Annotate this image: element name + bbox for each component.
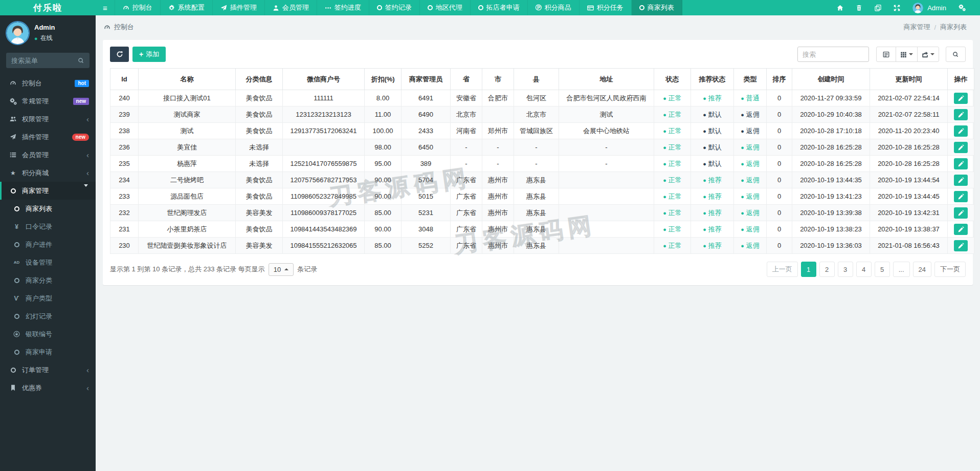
sidebar-subitem-商家申请[interactable]: 商家申请	[0, 343, 96, 361]
sidebar-subitem-商家列表[interactable]: 商家列表	[0, 200, 96, 218]
copy-icon[interactable]	[875, 5, 881, 11]
settings-gears-icon[interactable]	[959, 4, 966, 11]
sidebar-subitem-设备管理[interactable]: AD设备管理	[0, 253, 96, 271]
column-header-排序[interactable]: 排序	[767, 69, 792, 90]
table-row: 231小茶里奶茶店美食饮品10984144354348236990.003048…	[110, 221, 974, 238]
nav-item-控制台[interactable]: 控制台	[115, 0, 161, 15]
column-header-县[interactable]: 县	[514, 69, 559, 90]
search-icon[interactable]	[78, 57, 84, 64]
sidebar-item-商家管理[interactable]: 商家管理	[0, 182, 96, 200]
page-button-1[interactable]: 1	[801, 262, 816, 277]
sidebar-item-权限管理[interactable]: 权限管理‹	[0, 110, 96, 128]
user-menu[interactable]: Admin	[912, 3, 946, 13]
edit-button[interactable]	[954, 93, 968, 104]
sidebar-toggle-button[interactable]: ≡	[96, 0, 115, 15]
sidebar-subitem-幻灯记录[interactable]: 幻灯记录	[0, 307, 96, 325]
status-dot-icon: ●	[741, 95, 744, 101]
table-view-buttons	[876, 47, 939, 62]
created-at-cell: 2020-10-19 13:38:23	[792, 221, 870, 238]
column-header-更新时间[interactable]: 更新时间	[870, 69, 948, 90]
nav-item-积分任务[interactable]: 积分任务	[580, 0, 632, 15]
edit-button[interactable]	[954, 207, 968, 219]
column-header-分类信息[interactable]: 分类信息	[236, 69, 283, 90]
column-header-微信商户号[interactable]: 微信商户号	[283, 69, 365, 90]
column-header-市[interactable]: 市	[482, 69, 514, 90]
pencil-icon	[958, 226, 964, 232]
sidebar-subitem-商户类型[interactable]: Ѵ商户类型	[0, 289, 96, 307]
page-button-2[interactable]: 2	[819, 262, 835, 277]
nav-item-地区代理[interactable]: 地区代理	[420, 0, 471, 15]
updated-at-cell: 2020-10-19 13:42:31	[870, 205, 948, 221]
edit-button[interactable]	[954, 191, 968, 202]
sidebar-search-input[interactable]	[11, 57, 75, 65]
edit-button[interactable]	[954, 142, 968, 153]
status-badge: ●正常	[663, 208, 682, 218]
page-button-4[interactable]: 4	[856, 262, 872, 277]
nav-item-拓店者申请[interactable]: 拓店者申请	[471, 0, 528, 15]
column-header-省[interactable]: 省	[451, 69, 482, 90]
page-size-dropdown[interactable]: 10	[269, 263, 294, 276]
refresh-button[interactable]	[110, 47, 129, 62]
column-header-Id[interactable]: Id	[110, 69, 139, 90]
sidebar-item-插件管理[interactable]: 插件管理new	[0, 128, 96, 146]
edit-button[interactable]	[954, 158, 968, 169]
page-button-上一页[interactable]: 上一页	[767, 262, 798, 277]
sidebar-subitem-商户进件[interactable]: 商户进件	[0, 236, 96, 253]
type-badge: ●返佣	[741, 143, 760, 152]
add-button[interactable]: + 添加	[132, 47, 166, 62]
column-header-折扣(%)[interactable]: 折扣(%)	[365, 69, 402, 90]
column-header-推荐状态[interactable]: 推荐状态	[691, 69, 734, 90]
sidebar-item-会员管理[interactable]: 会员管理‹	[0, 146, 96, 164]
search-button[interactable]	[946, 47, 966, 62]
breadcrumb: 控制台	[104, 23, 134, 32]
sidebar-item-积分商城[interactable]: ★积分商城‹	[0, 164, 96, 182]
column-header-创建时间[interactable]: 创建时间	[792, 69, 870, 90]
category-cell: 未选择	[236, 156, 283, 172]
sidebar-item-订单管理[interactable]: 订单管理‹	[0, 361, 96, 379]
column-header-地址[interactable]: 地址	[559, 69, 654, 90]
export-button[interactable]	[917, 47, 939, 62]
sidebar-item-控制台[interactable]: 控制台hot	[0, 74, 96, 92]
status-badge: ●正常	[663, 94, 682, 103]
edit-button[interactable]	[954, 125, 968, 137]
sidebar-item-优惠券[interactable]: 优惠券‹	[0, 379, 96, 397]
home-icon[interactable]	[837, 5, 843, 11]
recommend-status-badge: ●默认	[703, 126, 722, 136]
edit-button[interactable]	[954, 240, 968, 251]
page-button-3[interactable]: 3	[838, 262, 853, 277]
nav-item-会员管理[interactable]: 会员管理	[265, 0, 317, 15]
detail-view-button[interactable]	[876, 47, 896, 62]
page-button-...[interactable]: ...	[893, 262, 910, 277]
nav-item-签约记录[interactable]: 签约记录	[369, 0, 420, 15]
columns-button[interactable]	[896, 47, 918, 62]
nav-item-商家列表[interactable]: 商家列表	[632, 0, 682, 15]
column-header-类型[interactable]: 类型	[734, 69, 767, 90]
nav-item-系统配置[interactable]: 系统配置	[161, 0, 213, 15]
sort-cell: 0	[767, 238, 792, 254]
sidebar-subitem-银联编号[interactable]: 银联编号	[0, 325, 96, 343]
nav-item-插件管理[interactable]: 插件管理	[213, 0, 265, 15]
vine-icon: Ѵ	[14, 295, 19, 302]
page-button-5[interactable]: 5	[875, 262, 890, 277]
column-header-状态[interactable]: 状态	[654, 69, 691, 90]
expand-icon[interactable]	[894, 5, 900, 11]
column-header-名称[interactable]: 名称	[139, 69, 236, 90]
sidebar-item-常规管理[interactable]: 常规管理new	[0, 92, 96, 110]
column-header-商家管理员[interactable]: 商家管理员	[402, 69, 451, 90]
nav-item-积分商品[interactable]: Ⓟ积分商品	[528, 0, 580, 15]
edit-button[interactable]	[954, 224, 968, 235]
discount-cell: 11.00	[365, 106, 402, 123]
table-search-input[interactable]	[797, 47, 869, 62]
breadcrumb-parent[interactable]: 商家管理	[903, 23, 930, 32]
edit-button[interactable]	[954, 175, 968, 186]
page-button-下一页[interactable]: 下一页	[934, 262, 966, 277]
sidebar-subitem-口令记录[interactable]: ¥口令记录	[0, 218, 96, 236]
column-header-操作[interactable]: 操作	[948, 69, 974, 90]
page-button-24[interactable]: 24	[913, 262, 931, 277]
trash-icon[interactable]	[856, 5, 862, 11]
brand-logo[interactable]: 付乐啦	[0, 0, 96, 15]
sidebar-subitem-商家分类[interactable]: 商家分类	[0, 271, 96, 289]
edit-button[interactable]	[954, 109, 968, 120]
nav-item-签约进度[interactable]: 签约进度	[317, 0, 369, 15]
navbar-right: Admin	[837, 0, 980, 15]
